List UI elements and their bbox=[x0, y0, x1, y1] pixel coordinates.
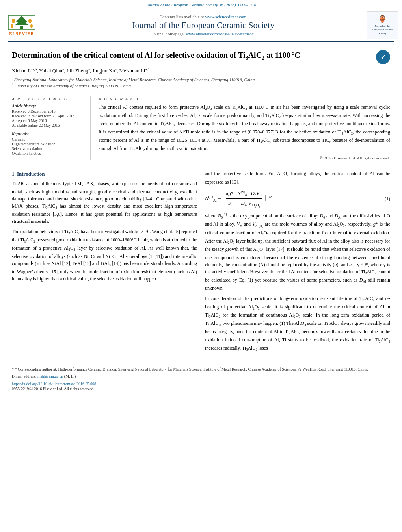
article-info: A R T I C L E I N F O Article history: R… bbox=[12, 96, 91, 160]
copyright-footer: 0955-2219/© 2016 Elsevier Ltd. All right… bbox=[12, 387, 390, 391]
elsevier-tree-svg bbox=[8, 15, 35, 30]
section1-para1: Ti3AlC2 is one of the most typical Mn+1A… bbox=[12, 180, 197, 225]
affiliation-a: a Shenyang National Laboratory for Mater… bbox=[12, 76, 390, 82]
body-two-col: 1. Introduction Ti3AlC2 is one of the mo… bbox=[12, 170, 390, 356]
formula-number: (1) bbox=[385, 195, 390, 202]
homepage-line: journal homepage: www.elsevier.com/locat… bbox=[39, 32, 367, 36]
info-abstract-section: A R T I C L E I N F O Article history: R… bbox=[12, 93, 390, 160]
doi-line[interactable]: http://dx.doi.org/10.1016/j.jeurceramsoc… bbox=[12, 382, 390, 386]
keyword-2: Selective oxidation bbox=[12, 146, 86, 151]
section1-para2: The oxidation behaviors of Ti3AlC2 have … bbox=[12, 228, 197, 282]
journal-citation: Journal of the European Ceramic Society … bbox=[146, 2, 256, 7]
keyword-1: High temperature oxidation bbox=[12, 142, 86, 146]
keywords-label: Keywords: bbox=[12, 132, 86, 136]
elsevier-brand-label: ELSEVIER bbox=[9, 31, 34, 36]
history-label: Article history: bbox=[12, 104, 86, 108]
svg-point-4 bbox=[28, 19, 32, 23]
article-title: Determination of the critical content of… bbox=[12, 50, 372, 62]
authors-line: Xichao Lia,b, Yuhai Qiana, Lili Zhenga, … bbox=[12, 67, 390, 74]
right-para2: where N0(S) is the oxygen potential on t… bbox=[205, 212, 390, 292]
journal-main-title: Journal of the European Ceramic Society bbox=[39, 20, 367, 30]
history-revised: Received in revised form 25 April 2016 bbox=[12, 114, 86, 118]
formula-content: N(C)Al = [ πg* N(S)0 D0Vm 3 DAlVAl2O3 ] … bbox=[205, 189, 272, 209]
abstract-text: The critical Al content required to form… bbox=[99, 104, 390, 153]
right-para3: In consideration of the predictions of l… bbox=[205, 295, 390, 353]
right-para1: and the protective scale form. For Al2O3… bbox=[205, 170, 390, 185]
footnote-email: E-mail address: mshl@imr.ac.cn (M. Li). bbox=[12, 374, 390, 379]
journal-logo-icon: 🏺 bbox=[378, 15, 387, 24]
formula-1: N(C)Al = [ πg* N(S)0 D0Vm 3 DAlVAl2O3 ] … bbox=[205, 189, 390, 209]
affiliation-b: b University of Chinese Academy of Scien… bbox=[12, 83, 390, 88]
contents-available-line: Contents lists available at www.scienced… bbox=[39, 14, 367, 19]
page-header: Journal of the European Ceramic Society … bbox=[0, 0, 402, 42]
history-received: Received 9 December 2015 bbox=[12, 109, 86, 113]
abstract-title: A B S T R A C T bbox=[99, 96, 390, 101]
body-col-right: and the protective scale form. For Al2O3… bbox=[205, 170, 390, 356]
article-title-section: Determination of the critical content of… bbox=[12, 50, 390, 64]
keyword-3: Oxidation kinetics bbox=[12, 151, 86, 156]
section-divider bbox=[12, 165, 390, 165]
article-info-title: A R T I C L E I N F O bbox=[12, 96, 86, 101]
copyright-abstract: © 2016 Elsevier Ltd. All rights reserved… bbox=[99, 156, 390, 160]
svg-point-5 bbox=[11, 24, 13, 28]
article-body: Determination of the critical content of… bbox=[0, 42, 402, 397]
abstract-section: A B S T R A C T The critical Al content … bbox=[99, 96, 390, 160]
journal-title-center: Contents lists available at www.scienced… bbox=[39, 14, 367, 36]
body-col-left: 1. Introduction Ti3AlC2 is one of the mo… bbox=[12, 170, 197, 356]
section1-heading: 1. Introduction bbox=[12, 170, 197, 178]
keyword-0: Ceramic bbox=[12, 137, 86, 141]
history-accepted: Accepted 6 May 2016 bbox=[12, 119, 86, 123]
journal-logo-right: 🏺 Journal of the European Ceramic Societ… bbox=[367, 11, 398, 39]
history-online: Available online 22 May 2016 bbox=[12, 123, 86, 128]
elsevier-logo: ELSEVIER bbox=[4, 13, 39, 37]
keywords-section: Keywords: Ceramic High temperature oxida… bbox=[12, 132, 86, 156]
svg-rect-0 bbox=[20, 26, 23, 29]
footnote-star: * * Corresponding author at: High-perfor… bbox=[12, 367, 390, 372]
journal-name-top: Journal of the European Ceramic Society … bbox=[0, 0, 402, 9]
svg-point-3 bbox=[12, 19, 15, 23]
footnotes-section: * * Corresponding author at: High-perfor… bbox=[12, 364, 390, 391]
svg-point-6 bbox=[30, 24, 33, 28]
crossmark-badge[interactable]: ✓ bbox=[376, 50, 390, 64]
